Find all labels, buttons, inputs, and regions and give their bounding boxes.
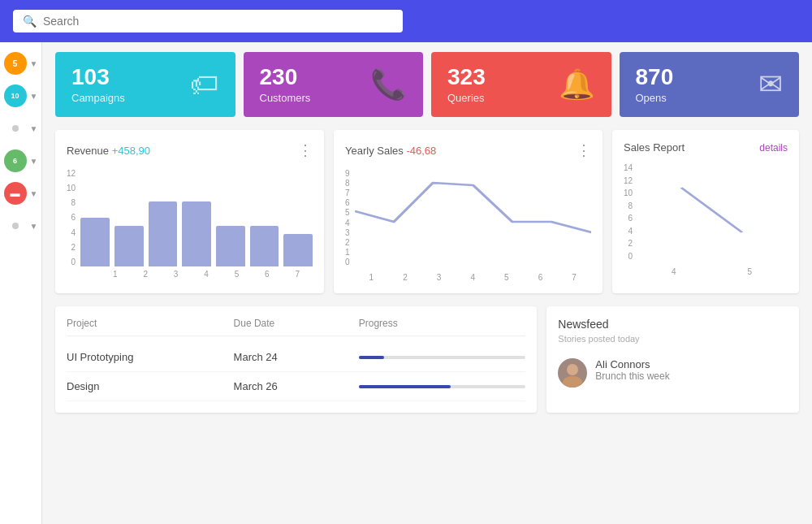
revenue-chart-header: Revenue +458,90 ⋮ bbox=[67, 141, 313, 159]
table-row: Design March 26 bbox=[67, 372, 525, 401]
sales-report-header: Sales Report details bbox=[624, 141, 788, 154]
bar bbox=[114, 226, 144, 266]
sidebar-item-4[interactable]: 6 ▼ bbox=[3, 146, 39, 175]
project-table: Project Due Date Progress UI Prototyping… bbox=[55, 306, 537, 413]
yearly-sales-header: Yearly Sales -46,68 ⋮ bbox=[345, 141, 591, 159]
search-bar[interactable]: 🔍 bbox=[13, 10, 403, 32]
newsfeed-content: Ali Connors Brunch this week bbox=[595, 358, 669, 382]
row2-project: Design bbox=[67, 380, 234, 392]
sidebar: 5 ▼ 10 ▼ ▼ 6 ▼ ▬ ▼ ▼ bbox=[0, 42, 42, 524]
bar bbox=[250, 226, 279, 266]
header: 🔍 bbox=[0, 0, 812, 42]
chevron-icon-4: ▼ bbox=[30, 157, 38, 166]
bottom-row: Project Due Date Progress UI Prototyping… bbox=[55, 306, 799, 413]
sidebar-item-1[interactable]: 5 ▼ bbox=[3, 49, 39, 78]
stat-card-campaigns: 103 Campaigns 🏷 bbox=[55, 52, 235, 117]
stat-cards: 103 Campaigns 🏷 230 Customers 📞 323 Quer… bbox=[55, 52, 799, 117]
row1-progress-fill bbox=[359, 356, 384, 359]
newsfeed-item: Ali Connors Brunch this week bbox=[558, 353, 788, 392]
search-input[interactable] bbox=[43, 15, 393, 28]
chevron-icon-2: ▼ bbox=[30, 92, 38, 101]
queries-number: 323 bbox=[447, 66, 486, 89]
sidebar-item-3[interactable]: ▼ bbox=[3, 114, 39, 143]
sidebar-item-6[interactable]: ▼ bbox=[3, 211, 39, 240]
campaigns-number: 103 bbox=[71, 66, 125, 89]
opens-label: Opens bbox=[636, 92, 674, 104]
campaigns-icon: 🏷 bbox=[190, 67, 219, 102]
revenue-menu-icon[interactable]: ⋮ bbox=[298, 141, 313, 159]
queries-label: Queries bbox=[447, 92, 486, 104]
sidebar-dot-6 bbox=[12, 223, 19, 229]
newsfeed-title: Newsfeed bbox=[558, 318, 788, 331]
sales-report-svg bbox=[636, 163, 788, 261]
svg-point-1 bbox=[567, 364, 578, 375]
sales-report-title: Sales Report bbox=[624, 141, 685, 154]
customers-icon: 📞 bbox=[370, 67, 407, 102]
yearly-sales-svg bbox=[355, 169, 591, 266]
row2-progress-fill bbox=[359, 385, 451, 388]
table-header: Project Due Date Progress bbox=[67, 318, 525, 336]
sidebar-avatar-5: ▬ bbox=[4, 182, 27, 205]
chevron-icon-5: ▼ bbox=[30, 189, 38, 198]
sidebar-item-2[interactable]: 10 ▼ bbox=[3, 81, 39, 110]
row1-project: UI Prototyping bbox=[67, 351, 234, 363]
revenue-x-axis: 1234567 bbox=[80, 270, 313, 279]
yearly-sales-value: -46,68 bbox=[406, 145, 436, 157]
customers-label: Customers bbox=[260, 92, 311, 104]
campaigns-label: Campaigns bbox=[71, 92, 125, 104]
col-header-project: Project bbox=[67, 318, 234, 329]
content-area: 103 Campaigns 🏷 230 Customers 📞 323 Quer… bbox=[42, 42, 812, 524]
sidebar-item-5[interactable]: ▬ ▼ bbox=[3, 179, 39, 208]
revenue-title: Revenue +458,90 bbox=[67, 145, 150, 157]
col-header-progress: Progress bbox=[359, 318, 526, 329]
revenue-bars bbox=[80, 169, 313, 266]
bar bbox=[149, 201, 178, 266]
bar bbox=[283, 234, 313, 266]
newsfeed-card: Newsfeed Stories posted today Ali Connor… bbox=[546, 306, 799, 413]
revenue-chart: Revenue +458,90 ⋮ 121086420 1234567 bbox=[55, 130, 324, 293]
revenue-value: +458,90 bbox=[112, 145, 150, 157]
bar bbox=[216, 226, 245, 266]
col-header-date: Due Date bbox=[234, 318, 359, 329]
opens-icon: ✉ bbox=[758, 67, 783, 102]
opens-number: 870 bbox=[636, 66, 674, 89]
stat-card-opens: 870 Opens ✉ bbox=[620, 52, 800, 117]
newsfeed-text: Brunch this week bbox=[595, 370, 669, 382]
charts-row: Revenue +458,90 ⋮ 121086420 1234567 bbox=[55, 130, 799, 293]
bar bbox=[80, 218, 110, 266]
sales-report-y-axis: 14121086420 bbox=[624, 163, 636, 261]
sales-report-chart: Sales Report details 14121086420 45 bbox=[612, 130, 799, 293]
avatar bbox=[558, 358, 587, 388]
table-row: UI Prototyping March 24 bbox=[67, 343, 525, 372]
sales-report-link[interactable]: details bbox=[759, 142, 788, 154]
chevron-icon-1: ▼ bbox=[30, 59, 38, 68]
newsfeed-name: Ali Connors bbox=[595, 358, 669, 370]
stat-card-queries: 323 Queries 🔔 bbox=[431, 52, 611, 117]
sidebar-dot-3 bbox=[12, 125, 19, 132]
revenue-y-axis: 121086420 bbox=[67, 169, 80, 266]
yearly-sales-chart: Yearly Sales -46,68 ⋮ 9876543210 1234567 bbox=[334, 130, 603, 293]
main-layout: 5 ▼ 10 ▼ ▼ 6 ▼ ▬ ▼ ▼ bbox=[0, 42, 812, 524]
search-icon: 🔍 bbox=[23, 15, 37, 28]
sidebar-avatar-4: 6 bbox=[4, 149, 27, 172]
queries-icon: 🔔 bbox=[559, 67, 595, 102]
avatar-svg bbox=[558, 358, 587, 388]
chevron-icon-3: ▼ bbox=[30, 124, 38, 133]
yearly-sales-x-axis: 1234567 bbox=[355, 273, 591, 282]
sidebar-avatar-2: 10 bbox=[4, 84, 27, 107]
row1-date: March 24 bbox=[234, 351, 359, 363]
row2-date: March 26 bbox=[234, 380, 359, 392]
bar bbox=[182, 201, 211, 266]
stat-card-customers: 230 Customers 📞 bbox=[244, 52, 424, 117]
yearly-sales-title: Yearly Sales -46,68 bbox=[345, 145, 436, 157]
row1-progress-bar bbox=[359, 356, 526, 359]
sidebar-avatar-1: 5 bbox=[4, 52, 27, 75]
newsfeed-subtitle: Stories posted today bbox=[558, 334, 788, 344]
chevron-icon-6: ▼ bbox=[30, 222, 38, 231]
customers-number: 230 bbox=[260, 66, 311, 89]
yearly-sales-y-axis: 9876543210 bbox=[345, 169, 355, 266]
row2-progress-bar bbox=[359, 385, 526, 388]
sales-report-x-axis: 45 bbox=[636, 267, 788, 276]
yearly-sales-menu-icon[interactable]: ⋮ bbox=[577, 141, 591, 159]
